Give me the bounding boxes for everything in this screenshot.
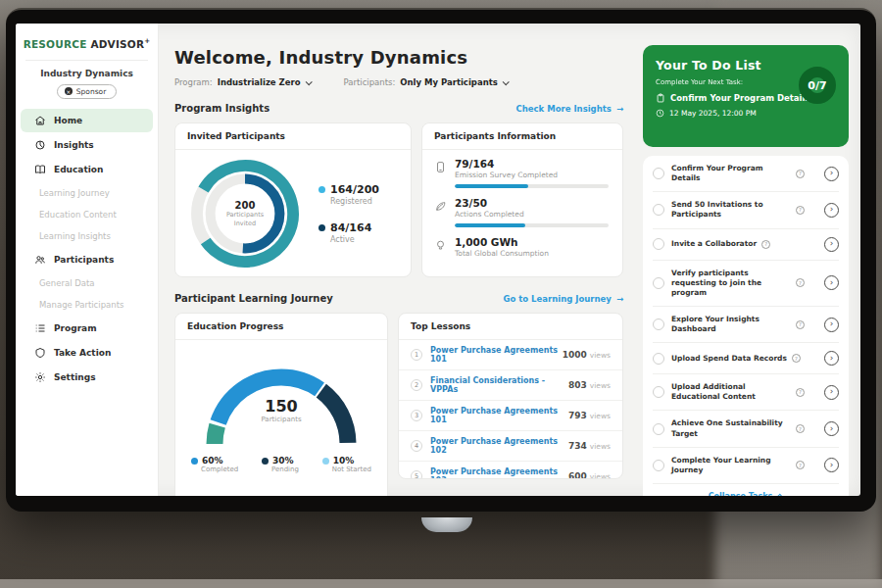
task-checkbox[interactable] (653, 386, 664, 398)
section-title: Participant Learning Journey (174, 293, 333, 304)
task-row[interactable]: Upload Additional Educational Content ? … (653, 374, 839, 411)
help-icon[interactable]: ? (796, 278, 805, 287)
invited-participants-card: Invited Participants 200 (174, 122, 412, 277)
task-go-button[interactable]: › (824, 421, 839, 436)
help-icon[interactable]: ? (796, 170, 805, 178)
sidebar-item-home[interactable]: Home (21, 109, 153, 132)
sponsor-badge[interactable]: × Sponsor (57, 84, 117, 99)
task-checkbox[interactable] (653, 460, 664, 471)
sidebar-item-settings[interactable]: Settings (21, 366, 153, 389)
chevron-right-icon: › (830, 169, 834, 177)
leaf-icon (434, 200, 447, 213)
help-icon[interactable]: ? (792, 354, 801, 363)
task-row[interactable]: Verify participants requesting to join t… (653, 261, 839, 307)
task-go-button[interactable]: › (824, 318, 839, 332)
task-checkbox[interactable] (653, 353, 664, 365)
lesson-link[interactable]: Power Purchase Agreements 103 (430, 467, 568, 479)
lesson-row[interactable]: 4 Power Purchase Agreements 102 734 view… (399, 431, 622, 462)
task-go-button[interactable]: › (824, 351, 839, 366)
learning-cards-row: Education Progress 150 Participants (174, 313, 623, 496)
lesson-rank: 4 (411, 440, 422, 452)
help-icon[interactable]: ? (796, 424, 805, 433)
check-more-insights-link[interactable]: Check More Insights → (516, 104, 624, 114)
task-row[interactable]: Upload Spend Data Records ? › (653, 343, 839, 374)
chevron-right-icon: › (830, 205, 834, 214)
top-lessons-list: 1 Power Purchase Agreements 101 1000 vie… (399, 340, 622, 479)
gauge-value: 150 (175, 397, 387, 416)
lesson-link[interactable]: Power Purchase Agreements 101 (430, 346, 563, 364)
sidebar-item-insights[interactable]: Insights (21, 133, 153, 157)
filter-value: Industrialize Zero (218, 77, 301, 87)
metric-value: 23/50 (455, 197, 609, 209)
lesson-link[interactable]: Power Purchase Agreements 101 (430, 407, 568, 424)
lesson-row[interactable]: 1 Power Purchase Agreements 101 1000 vie… (399, 340, 622, 370)
task-row[interactable]: Explore Your Insights Dashboard ? › (653, 307, 839, 343)
task-row[interactable]: Send 50 Invitations to Participants ? › (653, 192, 839, 228)
sponsor-icon: × (65, 87, 73, 95)
task-checkbox[interactable] (653, 238, 664, 250)
shield-icon (34, 347, 46, 359)
chevron-up-icon (777, 494, 784, 496)
task-row[interactable]: Confirm Your Program Details ? › (653, 156, 839, 192)
legend-dot-registered (318, 186, 325, 193)
sidebar-item-general-data[interactable]: General Data (16, 272, 158, 294)
lesson-rank: 2 (411, 379, 422, 391)
sidebar-item-education-content[interactable]: Education Content (16, 204, 158, 225)
task-go-button[interactable]: › (824, 237, 839, 252)
sidebar-item-learning-insights[interactable]: Learning Insights (16, 225, 158, 247)
lesson-link[interactable]: Financial Considerations - VPPAs (430, 376, 568, 394)
sidebar-item-participants[interactable]: Participants (21, 248, 153, 271)
help-icon[interactable]: ? (761, 240, 770, 249)
task-row[interactable]: Achieve One Sustainability Target ? › (653, 411, 839, 447)
task-checkbox[interactable] (653, 168, 664, 179)
sidebar-item-manage-participants[interactable]: Manage Participants (16, 294, 158, 316)
legend-dot-active (318, 224, 325, 231)
top-lessons-card: Top Lessons 1 Power Purchase Agreements … (398, 313, 623, 479)
task-row[interactable]: Complete Your Learning Journey ? › (653, 448, 839, 484)
lesson-row[interactable]: 2 Financial Considerations - VPPAs 803 v… (399, 370, 622, 401)
sidebar-item-learning-journey[interactable]: Learning Journey (16, 182, 158, 204)
lesson-row[interactable]: 3 Power Purchase Agreements 101 793 view… (399, 401, 622, 431)
task-go-button[interactable]: › (824, 167, 839, 181)
sidebar-item-take-action[interactable]: Take Action (21, 341, 153, 365)
lesson-row[interactable]: 5 Power Purchase Agreements 103 600 view… (399, 462, 622, 479)
help-icon[interactable]: ? (796, 320, 805, 329)
task-go-button[interactable]: › (824, 385, 839, 400)
program-insights-section-header: Program Insights Check More Insights → (174, 103, 623, 114)
task-checkbox[interactable] (653, 318, 664, 330)
lesson-views-suffix: views (590, 351, 611, 360)
progress-track (455, 223, 609, 227)
metric-label: Total Global Consumption (455, 249, 609, 258)
help-icon[interactable]: ? (796, 461, 805, 469)
task-go-button[interactable]: › (824, 458, 839, 472)
lesson-link[interactable]: Power Purchase Agreements 102 (430, 437, 568, 455)
progress-fill (455, 223, 525, 227)
go-to-learning-journey-link[interactable]: Go to Learning Journey → (503, 294, 623, 304)
monitor-stand (421, 517, 472, 532)
arrow-right-icon: → (616, 294, 623, 304)
task-checkbox[interactable] (653, 423, 664, 435)
filter-label: Program: (174, 77, 213, 87)
task-checkbox[interactable] (653, 277, 664, 289)
task-label: Upload Spend Data Records (671, 354, 787, 364)
task-row[interactable]: Invite a Collaborator ? › (653, 229, 839, 261)
task-label: Confirm Your Program Details (671, 164, 791, 183)
progress-fill (455, 184, 528, 188)
participants-filter-dropdown[interactable]: Participants: Only My Participants (344, 77, 508, 87)
legend-dot-not-started (322, 458, 329, 465)
task-go-button[interactable]: › (824, 275, 839, 290)
legend-dot-completed (191, 458, 198, 465)
participants-icon (34, 254, 46, 266)
sidebar-item-program[interactable]: Program (21, 317, 153, 340)
collapse-tasks-link[interactable]: Collapse Tasks (653, 484, 839, 496)
task-checkbox[interactable] (653, 204, 664, 216)
link-label: Check More Insights (516, 104, 612, 114)
participants-information-metrics: 79/164 Emission Survey Completed (422, 150, 622, 258)
program-filter-dropdown[interactable]: Program: Industrialize Zero (174, 77, 311, 87)
sidebar-item-education[interactable]: Education (21, 158, 153, 181)
sidebar-item-label: Education (54, 165, 103, 174)
task-go-button[interactable]: › (824, 203, 839, 218)
help-icon[interactable]: ? (796, 388, 805, 397)
help-icon[interactable]: ? (796, 206, 805, 215)
metric-value: 1,000 GWh (455, 236, 609, 248)
